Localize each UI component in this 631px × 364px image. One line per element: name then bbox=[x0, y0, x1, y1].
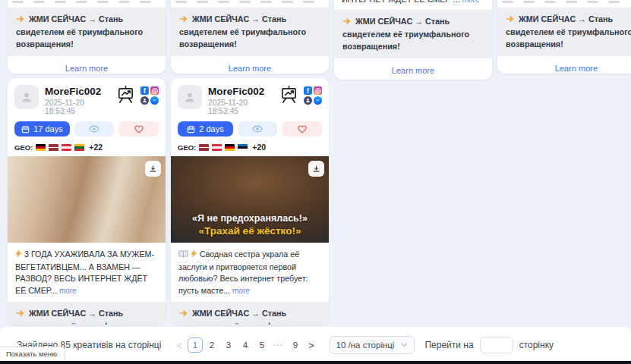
zap-icon bbox=[15, 249, 22, 262]
creative-image: «Я не предохранялась!» «Трахай её жёстко… bbox=[171, 156, 329, 243]
cta-label: ЖМИ СЕЙЧАС → Стань свидетелем её триумфа… bbox=[506, 14, 631, 49]
learn-more-link[interactable]: Learn more bbox=[171, 64, 329, 73]
download-image-button[interactable] bbox=[308, 161, 324, 177]
cutoff-row-fragment bbox=[12, 1, 161, 3]
creative-card-partial: ЖМИ СЕЙЧАС → Стань свидетелем её триумфа… bbox=[171, 0, 329, 74]
open-book-icon bbox=[178, 249, 188, 262]
creative-datetime: 2025-11-20 18:53:45 bbox=[45, 99, 110, 115]
favorite-button[interactable] bbox=[282, 121, 322, 136]
goto-page-suffix: сторінку bbox=[519, 340, 554, 350]
audience-network-icon bbox=[140, 96, 149, 105]
flag-lv-icon bbox=[199, 144, 209, 151]
status-tooltip: Показать меню bbox=[0, 347, 65, 361]
audience-network-icon bbox=[304, 96, 312, 105]
eye-icon bbox=[89, 125, 99, 133]
ad-cta-text: ЖМИ СЕЙЧАС → Стань свидетелем её триумфа… bbox=[8, 8, 166, 56]
flag-lv-icon bbox=[49, 144, 58, 151]
flag-at-icon bbox=[212, 144, 222, 151]
facebook-icon: f bbox=[140, 86, 149, 95]
creative-image bbox=[8, 156, 166, 243]
goto-page-input[interactable] bbox=[480, 337, 513, 353]
ad-cta-text: ЖМИ СЕЙЧАС → Стань свидетелем её триумфа… bbox=[8, 302, 166, 325]
cta-label: ЖМИ СЕЙЧАС → Стань свидетелем её триумфа… bbox=[16, 14, 143, 49]
pointing-hand-icon bbox=[342, 16, 352, 28]
views-button[interactable] bbox=[74, 121, 115, 136]
learn-more-link[interactable]: Learn more bbox=[497, 64, 631, 73]
pages-ellipsis[interactable]: ••• bbox=[271, 337, 286, 353]
favorite-button[interactable] bbox=[118, 121, 159, 136]
geo-row: GEO: +20 bbox=[178, 143, 322, 152]
instagram-icon bbox=[314, 86, 322, 95]
download-icon bbox=[313, 165, 320, 173]
image-overlay-text: «Я не предохранялась!» «Трахай её жёстко… bbox=[171, 213, 329, 237]
days-running-button[interactable]: 2 days bbox=[178, 121, 233, 136]
creative-card: MoreFic002 2025-11-20 18:53:45 f 17 days… bbox=[8, 78, 166, 325]
pointing-hand-icon bbox=[506, 14, 516, 26]
pointing-hand-icon bbox=[16, 308, 26, 320]
calendar-icon bbox=[21, 125, 30, 133]
pointing-hand-icon bbox=[179, 308, 189, 320]
geo-flags bbox=[36, 144, 84, 151]
messenger-icon bbox=[150, 96, 159, 105]
messenger-icon bbox=[314, 96, 322, 105]
cutoff-row-fragment bbox=[175, 1, 324, 3]
cutoff-row-fragment bbox=[502, 1, 631, 3]
cta-label: ЖМИ СЕЙЧАС → Стань свидетелем её триумфа… bbox=[179, 14, 306, 49]
flag-ee-icon bbox=[238, 144, 248, 151]
ad-cta-text: ЖМИ СЕЙЧАС → Стань свидетелем её триумфа… bbox=[171, 302, 329, 325]
card-actions: 17 days bbox=[14, 121, 159, 136]
more-link[interactable]: more bbox=[59, 287, 77, 295]
geo-row: GEO: +22 bbox=[14, 143, 159, 152]
next-page-button[interactable]: > bbox=[304, 340, 319, 351]
cta-label: ЖМИ СЕЙЧАС → Стань свидетелем её триумфа… bbox=[16, 309, 143, 325]
page-3-button[interactable]: 3 bbox=[221, 337, 236, 353]
advertiser-name: MoreFic002 bbox=[208, 86, 273, 97]
pointing-hand-icon bbox=[179, 14, 189, 26]
pagination-bar: Знайдено 85 креативів на сторінці < 1 2 … bbox=[0, 327, 631, 361]
creative-body-text: Сводная сестра украла её заслуги и притв… bbox=[171, 243, 329, 297]
advertiser-name: MoreFic002 bbox=[45, 86, 110, 97]
page-1-button[interactable]: 1 bbox=[188, 337, 203, 353]
presentation-chart-icon[interactable] bbox=[279, 85, 298, 107]
card-header: MoreFic002 2025-11-20 18:53:45 f bbox=[171, 78, 329, 115]
card-actions: 2 days bbox=[178, 121, 322, 136]
flag-lt-icon bbox=[74, 144, 84, 151]
advertiser-avatar bbox=[178, 85, 202, 109]
heart-icon bbox=[134, 125, 144, 133]
days-running-button[interactable]: 17 days bbox=[14, 121, 70, 136]
calendar-icon bbox=[187, 125, 195, 133]
page-5-button[interactable]: 5 bbox=[254, 337, 270, 353]
ad-cta-text: ЖМИ СЕЙЧАС → Стань свидетелем её триумфа… bbox=[334, 10, 492, 58]
download-icon bbox=[150, 165, 156, 173]
learn-more-link[interactable]: Learn more bbox=[8, 64, 166, 73]
advertiser-avatar bbox=[14, 85, 39, 109]
geo-more-count: +20 bbox=[252, 143, 266, 152]
page-4-button[interactable]: 4 bbox=[238, 337, 253, 353]
per-page-select[interactable]: 10 /на сторінці bbox=[330, 336, 415, 354]
eye-icon bbox=[252, 125, 263, 133]
download-image-button[interactable] bbox=[145, 161, 161, 177]
geo-flags bbox=[199, 144, 248, 151]
ad-cta-text: ЖМИ СЕЙЧАС → Стань свидетелем её триумфа… bbox=[497, 8, 631, 56]
geo-label: GEO: bbox=[178, 143, 196, 152]
more-link[interactable]: more bbox=[232, 287, 250, 295]
page-9-button[interactable]: 9 bbox=[288, 337, 303, 353]
instagram-icon bbox=[150, 86, 159, 95]
learn-more-link[interactable]: Learn more bbox=[334, 66, 492, 75]
ad-cta-text: ЖМИ СЕЙЧАС → Стань свидетелем её триумфа… bbox=[171, 8, 329, 56]
creative-card-partial: ЖМИ СЕЙЧАС → Стань свидетелем её триумфа… bbox=[8, 0, 166, 74]
page-2-button[interactable]: 2 bbox=[204, 337, 219, 353]
presentation-chart-icon[interactable] bbox=[116, 85, 135, 107]
pointing-hand-icon bbox=[16, 14, 26, 26]
creative-card-partial: ЖМИ СЕЙЧАС → Стань свидетелем её триумфа… bbox=[497, 0, 631, 74]
more-link[interactable]: more bbox=[462, 0, 480, 4]
creative-body-text: 3 ГОДА УХАЖИВАЛА ЗА МУЖЕМ-ВЕГЕТАТИВЦЕМ..… bbox=[8, 243, 166, 297]
creative-datetime: 2025-11-20 18:53:45 bbox=[208, 99, 273, 115]
window-bottom-edge bbox=[0, 361, 631, 364]
zap-icon bbox=[191, 249, 197, 262]
views-button[interactable] bbox=[238, 121, 278, 136]
heart-icon bbox=[298, 125, 307, 133]
creative-card-partial: ИНТЕРНЕТ ЖДЁТ ЕЁ СМЕР ... more ЖМИ СЕЙЧА… bbox=[334, 0, 492, 80]
prev-page-button[interactable]: < bbox=[172, 340, 187, 351]
facebook-icon: f bbox=[304, 86, 312, 95]
